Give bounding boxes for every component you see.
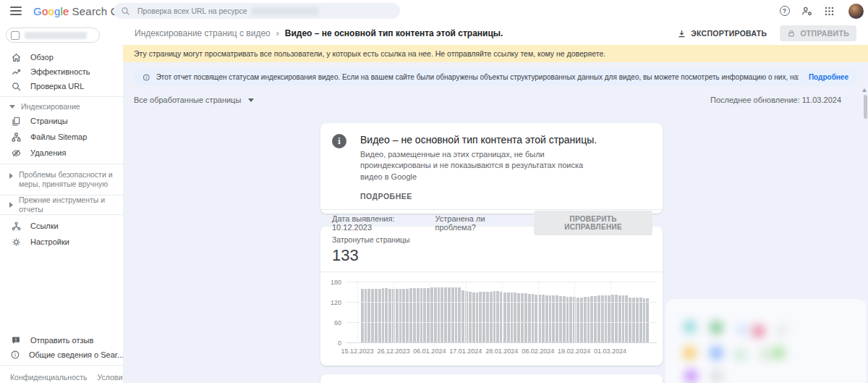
share-warning-banner: Эту страницу могут просматривать все пол…: [123, 45, 868, 62]
gear-icon: [10, 236, 22, 248]
url-inspection-search-input[interactable]: Проверка всех URL на ресурсе: [114, 3, 400, 19]
privacy-link[interactable]: Конфиденциальность: [10, 373, 88, 382]
next-card-stub: [320, 374, 663, 383]
property-selector[interactable]: [6, 28, 100, 43]
chart-plot: 060120180: [346, 282, 657, 343]
user-gear-icon: [801, 5, 813, 17]
hamburger-menu-icon[interactable]: [10, 7, 22, 15]
last-update-label: Последнее обновление: 11.03.2024: [710, 96, 857, 104]
chevron-down-icon: [9, 105, 15, 109]
apps-grid-icon: [824, 6, 835, 17]
info-circle-icon: [10, 349, 20, 361]
sidebar-section-legacy[interactable]: Прежние инструменты и отчеты: [0, 198, 123, 211]
sidebar-item-sitemaps[interactable]: Файлы Sitemap: [0, 129, 123, 145]
sidebar-item-feedback[interactable]: Отправить отзыв: [0, 333, 123, 348]
divider: [0, 164, 123, 164]
submit-button[interactable]: ОТПРАВИТЬ: [780, 25, 856, 41]
metric-value: 133: [332, 246, 651, 265]
info-banner-text: Этот отчет посвящен статусам индексирова…: [156, 73, 799, 81]
affected-pages-chart-card: Затронутые страницы 133 060120180 15.12.…: [320, 227, 663, 366]
sidebar-navigation: Обзор Эффективность Проверка URL Индекси…: [0, 22, 123, 383]
sidebar-item-about[interactable]: Общие сведения о Sear...: [0, 348, 123, 362]
sidebar-item-removals[interactable]: Удаления: [0, 145, 123, 161]
account-avatar[interactable]: [848, 4, 864, 19]
issue-title: Видео – не основной тип контента этой ст…: [360, 134, 599, 146]
breadcrumb-parent[interactable]: Индексирование страниц с видео: [135, 28, 271, 38]
pages-icon: [10, 115, 22, 127]
performance-trend-icon: [10, 66, 22, 77]
divider: [0, 214, 123, 215]
export-button[interactable]: ЭКСПОРТИРОВАТЬ: [677, 29, 767, 38]
issue-detail-card: i Видео – не основной тип контента этой …: [320, 123, 663, 214]
pages-filter-dropdown[interactable]: Все обработанные страницы: [134, 96, 254, 104]
validate-fix-button[interactable]: ПРОВЕРИТЬ ИСПРАВЛЕНИЕ: [534, 211, 652, 235]
metric-label: Затронутые страницы: [332, 235, 651, 244]
chevron-down-icon: [248, 98, 254, 102]
learn-more-link[interactable]: Подробнее: [799, 73, 848, 81]
chevron-right-icon: [9, 202, 13, 208]
feedback-icon: [10, 334, 22, 346]
detected-date: Дата выявления: 10.12.2023: [332, 214, 435, 232]
search-icon: [121, 7, 130, 16]
info-icon: [142, 73, 150, 82]
divider: [0, 365, 123, 366]
main-content: Индексирование страниц с видео › Видео –…: [123, 22, 868, 383]
google-logo: Google: [33, 5, 69, 17]
chart-bars: [361, 282, 649, 343]
chart-x-axis: 15.12.202326.12.202306.01.202417.01.2024…: [346, 346, 657, 356]
issue-info-icon: i: [332, 134, 346, 148]
home-icon: [10, 51, 22, 63]
help-button[interactable]: ?: [778, 5, 791, 17]
page-title: Видео – не основной тип контента этой ст…: [285, 28, 503, 38]
property-type-icon: [11, 31, 20, 40]
sitemap-icon: [10, 131, 22, 143]
breadcrumb-separator: ›: [276, 28, 279, 38]
sidebar-item-pages[interactable]: Страницы: [0, 113, 123, 129]
sidebar-item-performance[interactable]: Эффективность: [0, 64, 123, 79]
top-app-bar: GoogleSearch Console Проверка всех URL н…: [0, 0, 868, 22]
scrollbar-up-arrow[interactable]: [862, 88, 867, 92]
redacted-property-name: [252, 7, 318, 15]
issue-learn-more-link[interactable]: ПОДРОБНЕЕ: [360, 192, 599, 201]
sidebar-item-settings[interactable]: Настройки: [0, 234, 123, 250]
filter-bar: Все обработанные страницы Последнее обно…: [134, 96, 857, 104]
scrollbar-thumb[interactable]: [864, 95, 867, 119]
sidebar-item-url-inspection[interactable]: Проверка URL: [0, 79, 123, 93]
breadcrumb: Индексирование страниц с видео › Видео –…: [123, 22, 868, 45]
sidebar-item-overview[interactable]: Обзор: [0, 50, 123, 64]
sidebar-item-links[interactable]: Ссылки: [0, 218, 123, 234]
lock-icon: [787, 29, 796, 38]
issue-description: Видео, размещенные на этих страницах, не…: [360, 149, 599, 182]
search-placeholder: Проверка всех URL на ресурсе: [137, 7, 247, 15]
blurred-overlay: [665, 299, 867, 383]
sidebar-section-security[interactable]: Проблемы безопасности и меры, принятые в…: [0, 167, 123, 192]
links-icon: [10, 220, 22, 232]
download-icon: [677, 29, 686, 38]
chevron-right-icon: [9, 173, 13, 179]
help-icon: ?: [780, 6, 790, 16]
legal-links: КонфиденциальностьУсловия использования: [0, 369, 109, 383]
google-apps-button[interactable]: [823, 5, 835, 17]
sidebar-section-indexing[interactable]: Индексирование: [0, 100, 123, 113]
info-banner: Этот отчет посвящен статусам индексирова…: [134, 69, 857, 85]
magnifier-icon: [10, 80, 22, 92]
fixed-question-label: Устранена ли проблема?: [435, 214, 527, 232]
divider: [0, 96, 123, 97]
redacted-property-label: [25, 32, 87, 39]
hidden-eye-icon: [10, 147, 22, 159]
manage-users-button[interactable]: [801, 5, 813, 17]
